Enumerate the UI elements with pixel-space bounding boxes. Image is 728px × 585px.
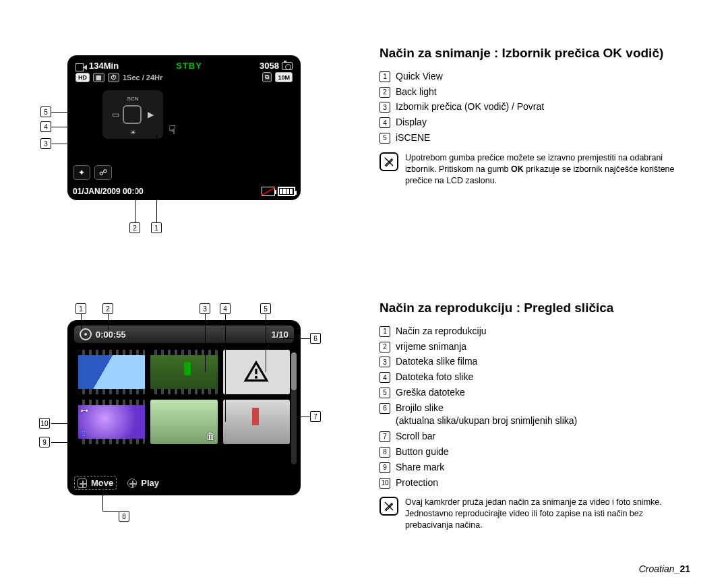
backlight-icon: ☀: [128, 128, 138, 136]
callout-t8: 8: [119, 511, 129, 522]
section1-note: Upotrebom gumba prečice možete se izravn…: [405, 152, 690, 187]
ok-center-icon: [123, 105, 142, 124]
movie-mode-icon: [75, 62, 86, 70]
elapsed-time: 0:00:55: [96, 330, 126, 340]
section2-item-10: Protection: [396, 476, 438, 489]
section1-item-4: Display: [396, 116, 427, 129]
callout-1: 1: [151, 222, 162, 233]
megapixel-badge: 10M: [275, 72, 293, 82]
callout-5: 5: [40, 106, 51, 117]
note-icon: [380, 152, 398, 171]
section1-item-3: Izbornik prečica (OK vodič) / Povrat: [396, 100, 544, 113]
timelapse-badge: ⏱: [108, 73, 119, 82]
section2-item-2: vrijeme snimanja: [396, 340, 466, 353]
section1-list: 1Quick View 2Back light 3Izbornik prečic…: [380, 69, 690, 146]
callout-t6: 6: [310, 333, 321, 344]
share-mark-icon: ⇪: [80, 429, 87, 438]
remaining-time: 134Min: [89, 61, 119, 71]
callout-t5: 5: [260, 303, 271, 314]
thumbnail-3-error[interactable]: [223, 350, 290, 394]
play-ok-icon: [127, 479, 137, 488]
interval-text: 1Sec / 24Hr: [123, 73, 162, 82]
section1-item-5: iSCENE: [396, 131, 430, 144]
iscene-icon: SCN: [128, 94, 138, 102]
display-icon: ▭: [111, 111, 120, 119]
callout-t10: 10: [39, 418, 50, 429]
shortcut-dpad[interactable]: SCN ▭ ▶ ☀: [102, 90, 163, 139]
quickview-icon: ▶: [146, 111, 155, 119]
section2-list: 1Način za reprodukciju 2vrijeme snimanja…: [380, 324, 690, 491]
callout-t9: 9: [39, 437, 50, 448]
callout-t7: 7: [310, 411, 321, 422]
page-footer: Croatian_21: [639, 563, 690, 574]
callout-t1: 1: [75, 303, 86, 314]
protection-icon: ⊶: [80, 406, 88, 415]
callout-2: 2: [129, 222, 140, 233]
callout-t2: 2: [102, 303, 113, 314]
lcd-record-screen: 134Min STBY 3058 HD ▦ ⏱ 1Sec / 24Hr ⧉ 10…: [67, 55, 301, 200]
section2-item-7: Scroll bar: [396, 430, 435, 443]
button-guide: Move Play: [74, 476, 159, 490]
trash-icon: 🗑: [206, 431, 215, 441]
thumbnail-5-photo[interactable]: 🗑: [150, 400, 217, 444]
datetime-label: 01/JAN/2009 00:00: [73, 187, 144, 196]
storage-badge: ⧉: [262, 72, 272, 82]
section2-item-4: Datoteka foto slike: [396, 371, 473, 383]
section1-item-2: Back light: [396, 86, 437, 98]
scroll-bar[interactable]: [291, 352, 297, 464]
svg-point-1: [255, 376, 257, 379]
section2-item-5: Greška datoteke: [396, 386, 465, 399]
remaining-photos: 3058: [260, 61, 279, 71]
thumbnail-4-video[interactable]: ⊶ ⇪: [78, 400, 145, 444]
battery-full-icon: [278, 187, 295, 196]
wind-cut-icon: ☍: [94, 165, 112, 180]
move-joystick-icon: [78, 479, 87, 488]
no-card-icon: [262, 187, 275, 196]
section2-note: Ovaj kamkrder pruža jedan način za snima…: [405, 497, 690, 531]
callout-t4: 4: [220, 303, 231, 314]
quality-badge: ▦: [93, 73, 104, 82]
play-label: Play: [141, 478, 159, 488]
antishake-icon: ✦: [73, 165, 90, 180]
record-status: STBY: [176, 61, 202, 71]
section2-item-8: Button guide: [396, 445, 449, 458]
callout-t3: 3: [200, 303, 210, 314]
thumbnail-6-photo[interactable]: [223, 400, 290, 444]
section1-title: Način za snimanje : Izbornik prečica OK …: [380, 44, 690, 62]
thumbnail-1-video[interactable]: [78, 350, 145, 394]
section2-item-1: Način za reprodukciju: [396, 325, 487, 338]
photo-mode-icon: [282, 62, 293, 70]
section1-item-1: Quick View: [396, 70, 443, 83]
section2-item-6: Brojilo slike (aktualna slika/ukupan bro…: [396, 402, 577, 427]
callout-4: 4: [40, 121, 51, 132]
callout-3: 3: [40, 138, 51, 149]
section2-title: Način za reprodukciju : Pregled sličica: [380, 299, 690, 317]
section2-item-9: Share mark: [396, 461, 444, 474]
hd-badge: HD: [75, 73, 90, 82]
thumbnail-grid[interactable]: ⊶ ⇪ 🗑: [74, 343, 294, 451]
finger-pointer-icon: ☟: [169, 123, 176, 137]
section2-item-3: Datoteka slike filma: [396, 355, 477, 368]
note-icon: [380, 497, 398, 516]
thumbnail-2-video[interactable]: [150, 350, 217, 394]
